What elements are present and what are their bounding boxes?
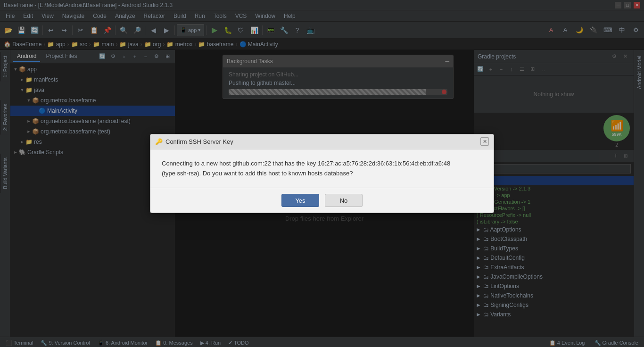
ssh-dialog-close-btn[interactable]: ✕ — [480, 137, 489, 146]
ssh-no-button[interactable]: No — [325, 194, 363, 207]
ssh-dialog-buttons: Yes No — [150, 188, 494, 213]
ssh-yes-button[interactable]: Yes — [281, 194, 319, 207]
ssh-title-label: Confirm SSH Server Key — [165, 138, 233, 145]
ssh-dialog-message: Connecting to a new host github.com:22 t… — [162, 159, 482, 179]
ssh-dialog-body: Connecting to a new host github.com:22 t… — [150, 149, 494, 188]
ssh-dialog-title-bar: 🔑 Confirm SSH Server Key ✕ — [150, 134, 494, 149]
ssh-dialog-overlay[interactable]: 🔑 Confirm SSH Server Key ✕ Connecting to… — [0, 0, 644, 347]
ssh-key-icon: 🔑 — [155, 138, 163, 145]
ssh-dialog: 🔑 Confirm SSH Server Key ✕ Connecting to… — [150, 134, 494, 214]
ssh-dialog-title-text: 🔑 Confirm SSH Server Key — [155, 138, 233, 145]
